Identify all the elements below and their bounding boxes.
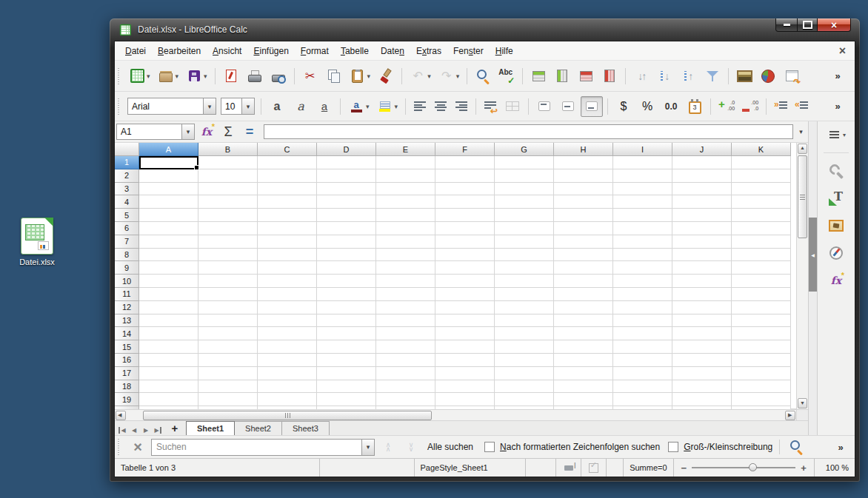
row-header-1[interactable]: 1	[115, 156, 139, 169]
row-header-8[interactable]: 8	[115, 249, 139, 262]
column-header-B[interactable]: B	[198, 143, 258, 156]
cell-K6[interactable]	[732, 222, 791, 235]
font-size-combo[interactable]: 10▾	[221, 98, 255, 115]
zoom-slider[interactable]: − +	[674, 459, 815, 477]
cell-H17[interactable]	[554, 367, 613, 380]
add-sheet-button[interactable]	[168, 421, 181, 435]
cell-J17[interactable]	[672, 367, 732, 380]
cell-I15[interactable]	[613, 340, 672, 354]
cell-F6[interactable]	[435, 222, 495, 235]
cell-E12[interactable]	[376, 301, 435, 314]
cut-button[interactable]: ✂	[299, 66, 321, 87]
cell-H14[interactable]	[554, 327, 613, 340]
cell-E13[interactable]	[376, 314, 435, 328]
cell-K12[interactable]	[732, 301, 791, 314]
grid-corner[interactable]	[115, 143, 139, 156]
cell-I8[interactable]	[613, 249, 672, 262]
cell-F10[interactable]	[435, 275, 495, 288]
insert-mode-field[interactable]	[556, 459, 581, 477]
increase-indent-button[interactable]	[771, 96, 790, 117]
cell-D14[interactable]	[317, 327, 376, 340]
cell-H12[interactable]	[554, 301, 613, 314]
cell-J4[interactable]	[672, 195, 732, 209]
cell-I7[interactable]	[613, 235, 672, 249]
cell-A19[interactable]	[139, 393, 198, 406]
highlight-color-button[interactable]: ▾	[374, 96, 401, 117]
cell-C14[interactable]	[258, 327, 317, 340]
cell-C5[interactable]	[258, 209, 317, 222]
formatting-overflow-button[interactable]	[827, 96, 849, 117]
cell-F14[interactable]	[435, 327, 495, 340]
cell-F2[interactable]	[435, 169, 495, 183]
cell-H8[interactable]	[554, 249, 613, 262]
cell-F8[interactable]	[435, 249, 495, 262]
signature-field[interactable]	[581, 459, 607, 477]
cell-J13[interactable]	[672, 314, 732, 328]
open-button[interactable]: ▾	[155, 66, 182, 87]
pivot-table-button[interactable]	[781, 66, 803, 87]
cell-F19[interactable]	[435, 393, 495, 406]
close-document-button[interactable]: ×	[833, 46, 852, 56]
menu-item-tabelle[interactable]: Tabelle	[335, 44, 375, 58]
cell-G16[interactable]	[495, 354, 554, 367]
cell-A16[interactable]	[139, 354, 198, 367]
cell-C6[interactable]	[258, 222, 317, 235]
cell-E18[interactable]	[376, 380, 435, 394]
cell-A1[interactable]	[139, 156, 198, 169]
column-header-I[interactable]: I	[613, 143, 672, 156]
cell-C7[interactable]	[258, 235, 317, 249]
cell-C3[interactable]	[258, 183, 317, 196]
row-header-19[interactable]: 19	[115, 393, 139, 406]
sum-field[interactable]: Summe=0	[624, 459, 673, 477]
sidebar-collapse-handle[interactable]	[809, 218, 817, 292]
underline-button[interactable]	[313, 96, 335, 117]
cell-E15[interactable]	[376, 340, 435, 354]
cell-C15[interactable]	[258, 340, 317, 354]
cell-J8[interactable]	[672, 249, 732, 262]
formula-input[interactable]	[264, 124, 793, 139]
export-pdf-button[interactable]	[220, 66, 242, 87]
dropdown-arrow-icon[interactable]: ▾	[176, 73, 179, 80]
cell-J9[interactable]	[672, 261, 732, 275]
cell-A10[interactable]	[139, 275, 198, 288]
cell-G9[interactable]	[495, 261, 554, 275]
menu-item-hilfe[interactable]: Hilfe	[490, 44, 519, 58]
cell-B16[interactable]	[198, 354, 258, 367]
find-next-button[interactable]	[401, 438, 421, 456]
row-header-9[interactable]: 9	[115, 261, 139, 275]
cell-K14[interactable]	[732, 327, 791, 340]
cell-H16[interactable]	[554, 354, 613, 367]
row-header-15[interactable]: 15	[115, 340, 139, 354]
align-vcenter-button[interactable]	[557, 96, 579, 117]
cell-E9[interactable]	[376, 261, 435, 275]
insert-image-button[interactable]	[733, 66, 755, 87]
cell-J18[interactable]	[672, 380, 732, 394]
maximize-button[interactable]	[798, 18, 817, 32]
cell-G10[interactable]	[495, 275, 554, 288]
column-header-G[interactable]: G	[495, 143, 554, 156]
cell-I16[interactable]	[613, 354, 672, 367]
menu-item-extras[interactable]: Extras	[410, 44, 447, 58]
cell-E10[interactable]	[376, 275, 435, 288]
cell-K11[interactable]	[732, 288, 791, 301]
decrease-indent-button[interactable]	[792, 96, 811, 117]
clone-formatting-button[interactable]	[375, 66, 397, 87]
find-and-replace-button[interactable]	[787, 438, 806, 456]
cell-J10[interactable]	[672, 275, 732, 288]
cell-J2[interactable]	[672, 169, 732, 183]
column-header-J[interactable]: J	[672, 143, 732, 156]
cell-A15[interactable]	[139, 340, 198, 354]
cell-K2[interactable]	[732, 169, 791, 183]
cell-G8[interactable]	[495, 249, 554, 262]
dropdown-arrow-icon[interactable]: ▾	[147, 73, 150, 80]
cell-J14[interactable]	[672, 327, 732, 340]
cell-D11[interactable]	[317, 288, 376, 301]
cell-I12[interactable]	[613, 301, 672, 314]
new-button[interactable]: ▾	[126, 66, 153, 87]
cell-J15[interactable]	[672, 340, 732, 354]
cell-F11[interactable]	[435, 288, 495, 301]
cell-E7[interactable]	[376, 235, 435, 249]
column-header-D[interactable]: D	[317, 143, 376, 156]
cell-H13[interactable]	[554, 314, 613, 328]
row-header-12[interactable]: 12	[115, 301, 139, 314]
